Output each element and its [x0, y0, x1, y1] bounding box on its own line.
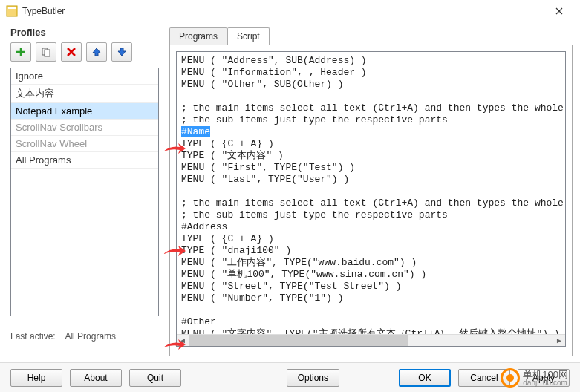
delete-profile-button[interactable] [61, 42, 82, 62]
svg-rect-3 [45, 50, 50, 56]
bottom-bar: Help About Quit Options OK Cancel Apply [0, 362, 580, 392]
profiles-header: Profiles [10, 27, 159, 38]
profiles-toolbar [10, 42, 159, 62]
tab-programs[interactable]: Programs [169, 27, 227, 45]
about-button[interactable]: About [70, 369, 122, 387]
profiles-list[interactable]: Ignore文本内容Notepad ExampleScrollNav Scrol… [10, 68, 159, 316]
last-active-value: All Programs [65, 331, 116, 342]
scroll-track[interactable] [189, 335, 553, 347]
quit-button[interactable]: Quit [129, 369, 181, 387]
last-active-row: Last active: All Programs [10, 331, 159, 342]
profile-item[interactable]: Ignore [11, 68, 158, 85]
cancel-button[interactable]: Cancel [458, 369, 510, 387]
app-icon [6, 5, 18, 17]
scroll-right-arrow[interactable]: ► [553, 335, 565, 347]
add-profile-button[interactable] [10, 42, 31, 62]
last-active-label: Last active: [10, 331, 56, 342]
profile-item[interactable]: ScrollNav Wheel [11, 136, 158, 152]
right-panel: Programs Script MENU ( "Address", SUB(Ad… [169, 27, 573, 362]
tabs: Programs Script [169, 27, 573, 45]
script-tab-body: MENU ( "Address", SUB(Address) ) MENU ( … [169, 45, 573, 356]
ok-button[interactable]: OK [399, 369, 451, 387]
profile-item[interactable]: All Programs [11, 152, 158, 169]
svg-rect-1 [8, 7, 16, 9]
scroll-left-arrow[interactable]: ◄ [177, 335, 189, 347]
tab-script[interactable]: Script [227, 27, 270, 45]
titlebar: TypeButler [0, 0, 580, 22]
options-button[interactable]: Options [287, 369, 339, 387]
apply-button[interactable]: Apply [518, 369, 570, 387]
content-area: Profiles Ignore文本内容Notepad ExampleScroll… [0, 22, 580, 362]
move-down-button[interactable] [111, 42, 132, 62]
profile-item[interactable]: ScrollNav Scrollbars [11, 120, 158, 136]
horizontal-scrollbar[interactable]: ◄ ► [177, 334, 565, 346]
copy-profile-button[interactable] [36, 42, 56, 62]
scroll-thumb[interactable] [189, 335, 408, 347]
window-title: TypeButler [22, 6, 544, 16]
script-editor[interactable]: MENU ( "Address", SUB(Address) ) MENU ( … [176, 51, 566, 347]
close-button[interactable] [544, 1, 574, 22]
script-text[interactable]: MENU ( "Address", SUB(Address) ) MENU ( … [177, 52, 565, 334]
help-button[interactable]: Help [10, 369, 62, 387]
profile-item[interactable]: Notepad Example [11, 103, 158, 120]
profile-item[interactable]: 文本内容 [11, 85, 158, 103]
move-up-button[interactable] [86, 42, 107, 62]
profiles-panel: Profiles Ignore文本内容Notepad ExampleScroll… [10, 27, 159, 362]
